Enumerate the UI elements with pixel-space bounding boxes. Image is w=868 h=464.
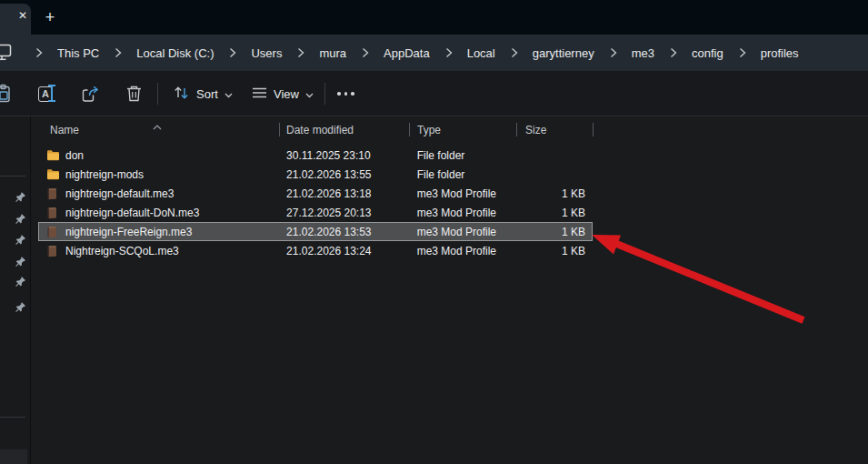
chevron-right-icon (739, 47, 746, 58)
sidebar-divider (0, 176, 25, 177)
navigation-pane (0, 116, 31, 464)
file-name: nightreign-FreeReign.me3 (65, 226, 192, 238)
file-row[interactable]: nightreign-default-DoN.me3 27.12.2025 20… (38, 203, 593, 222)
rename-icon[interactable]: A (38, 83, 56, 105)
chevron-down-icon (305, 87, 314, 101)
new-tab-icon[interactable]: + (41, 6, 59, 28)
chevron-right-icon (115, 47, 122, 58)
file-row[interactable]: nightreign-default.me3 21.02.2026 13:18 … (38, 184, 593, 203)
column-headers: Name Date modified Type Size (38, 120, 599, 140)
sidebar-divider (0, 417, 25, 418)
this-pc-monitor-icon (0, 44, 12, 65)
file-type: me3 Mod Profile (409, 245, 516, 257)
file-size: 1 KB (515, 187, 592, 200)
breadcrumb-item[interactable]: Users (249, 43, 284, 64)
column-divider[interactable] (409, 123, 410, 136)
paste-icon[interactable] (0, 83, 14, 105)
file-rows: don 30.11.2025 23:10 File folder nightre… (38, 146, 593, 260)
file-size: 1 KB (515, 226, 592, 238)
breadcrumb-item[interactable]: me3 (630, 43, 656, 64)
file-date-modified: 21.02.2026 13:24 (279, 245, 409, 257)
file-icon (46, 245, 60, 257)
toolbar-divider (324, 83, 325, 105)
file-name: nightreign-default-DoN.me3 (65, 207, 199, 219)
column-header-type[interactable]: Type (409, 120, 516, 140)
pin-icon[interactable] (15, 190, 26, 202)
file-icon (46, 207, 60, 219)
chevron-right-icon (297, 47, 304, 58)
breadcrumb-item[interactable]: This PC (55, 43, 101, 64)
share-icon[interactable] (81, 83, 100, 105)
chevron-right-icon (35, 47, 43, 58)
chevron-right-icon (445, 47, 453, 58)
breadcrumb: This PC Local Disk (C:) Users mura AppDa… (22, 35, 801, 71)
file-row[interactable]: nightreign-mods 21.02.2026 13:55 File fo… (38, 165, 593, 184)
pin-icon[interactable] (15, 212, 26, 224)
breadcrumb-item[interactable]: mura (317, 43, 348, 64)
file-date-modified: 30.11.2025 23:10 (279, 149, 409, 162)
file-size: 1 KB (515, 245, 592, 257)
column-header-size[interactable]: Size (516, 120, 593, 140)
file-size: 1 KB (515, 207, 592, 219)
toolbar-divider (157, 83, 158, 105)
chevron-right-icon (610, 47, 617, 58)
chevron-right-icon (670, 47, 677, 58)
file-row[interactable]: nightreign-FreeReign.me3 21.02.2026 13:5… (38, 222, 593, 241)
pin-icon[interactable] (15, 275, 26, 287)
file-name: nightreign-default.me3 (65, 187, 174, 200)
file-type: me3 Mod Profile (409, 207, 516, 219)
breadcrumb-item[interactable]: Local (465, 43, 497, 64)
address-bar: This PC Local Disk (C:) Users mura AppDa… (0, 35, 868, 71)
file-name: don (65, 149, 84, 162)
file-type: File folder (409, 168, 516, 181)
breadcrumb-item[interactable]: Local Disk (C:) (135, 43, 215, 64)
close-tab-icon[interactable]: ✕ (15, 8, 30, 23)
titlebar: ✕ + (0, 0, 868, 35)
file-row[interactable]: Nightreign-SCQoL.me3 21.02.2026 13:24 me… (38, 241, 593, 260)
sort-arrows-icon (173, 85, 190, 104)
view-label: View (274, 87, 299, 101)
pin-icon[interactable] (15, 255, 26, 267)
file-name: nightreign-mods (65, 168, 144, 181)
file-type: me3 Mod Profile (409, 226, 516, 238)
pin-icon[interactable] (15, 300, 26, 312)
pin-icon[interactable] (15, 233, 26, 245)
file-type: me3 Mod Profile (409, 187, 516, 200)
file-icon (46, 187, 60, 200)
file-icon (46, 149, 60, 162)
file-icon (46, 168, 60, 181)
breadcrumb-item[interactable]: config (690, 43, 725, 64)
breadcrumb-item[interactable]: AppData (382, 43, 432, 64)
column-divider[interactable] (593, 123, 594, 136)
column-divider[interactable] (279, 123, 280, 136)
file-list-panel: Name Date modified Type Size don 30.11.2… (32, 116, 868, 464)
breadcrumb-item[interactable]: profiles (759, 43, 801, 64)
file-date-modified: 27.12.2025 20:13 (279, 207, 409, 219)
sort-label: Sort (196, 87, 218, 101)
sidebar-footer (0, 449, 27, 464)
chevron-right-icon (511, 47, 518, 58)
file-icon (46, 226, 60, 238)
sort-button[interactable]: Sort (173, 83, 233, 105)
file-date-modified: 21.02.2026 13:18 (279, 187, 409, 200)
view-list-icon (252, 86, 267, 102)
breadcrumb-item[interactable]: garyttierney (531, 43, 596, 64)
file-type: File folder (409, 149, 516, 162)
chevron-down-icon (224, 87, 233, 101)
file-date-modified: 21.02.2026 13:53 (279, 226, 409, 238)
chevron-right-icon (229, 47, 236, 58)
toolbar: A Sort (0, 71, 868, 116)
delete-icon[interactable] (125, 83, 143, 105)
file-name: Nightreign-SCQoL.me3 (65, 245, 179, 257)
file-row[interactable]: don 30.11.2025 23:10 File folder (38, 146, 593, 165)
file-date-modified: 21.02.2026 13:55 (279, 168, 409, 181)
view-button[interactable]: View (252, 83, 314, 105)
column-header-date[interactable]: Date modified (279, 120, 409, 140)
chevron-right-icon (362, 47, 369, 58)
column-divider[interactable] (516, 123, 517, 136)
column-header-name[interactable]: Name (38, 120, 279, 140)
more-options-icon[interactable] (337, 83, 354, 105)
